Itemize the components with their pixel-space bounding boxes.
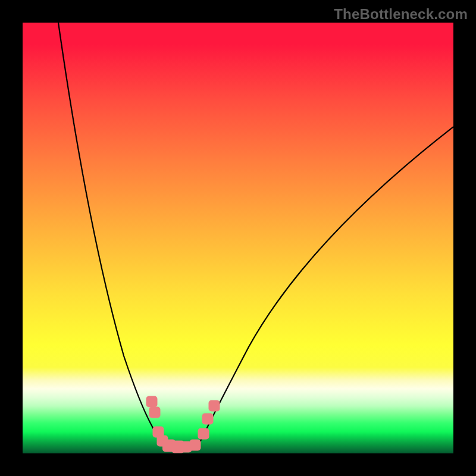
plot-area <box>23 23 453 453</box>
data-marker <box>202 414 214 425</box>
data-marker <box>209 400 220 412</box>
watermark: TheBottleneck.com <box>334 6 468 23</box>
data-marker <box>146 396 158 408</box>
curve-left <box>58 23 162 445</box>
data-marker <box>190 440 201 451</box>
data-marker <box>149 407 161 418</box>
chart-frame: TheBottleneck.com <box>0 0 476 476</box>
data-marker <box>198 428 209 440</box>
curve-right <box>200 127 453 442</box>
curve-layer <box>23 23 453 453</box>
